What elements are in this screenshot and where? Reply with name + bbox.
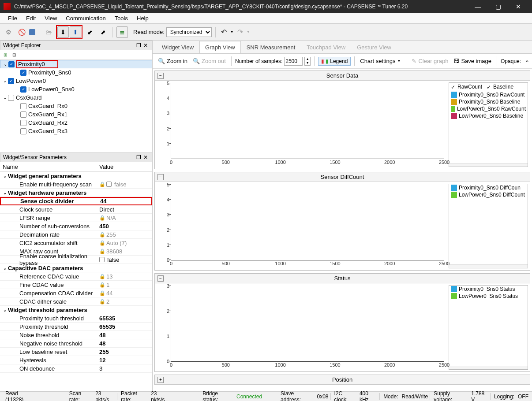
tree-item-csxguard_rx1[interactable]: CsxGuard_Rx1	[0, 110, 152, 119]
zoom-out-icon: 🔍	[193, 58, 200, 64]
chart-position: +Position	[154, 375, 530, 385]
collapse-icon[interactable]: −	[157, 73, 164, 79]
zoom-in-button[interactable]: 🔍Zoom in	[156, 57, 189, 65]
save-image-button[interactable]: 🖫Save image	[452, 57, 493, 65]
window-title: C:/mtw/PSoC_4_MSCLP_CAPSENSE_Liquid_Tole…	[14, 4, 468, 10]
tab-snr-measurement[interactable]: SNR Measurement	[241, 41, 301, 53]
param-group[interactable]: ⌄Widget hardware parameters	[0, 189, 152, 197]
close-panel-icon[interactable]: ✕	[142, 154, 149, 160]
chart-status: −Status012305001000150020002500Proximity…	[154, 273, 530, 372]
tree-item-lowpower0_sns0[interactable]: ✓LowPower0_Sns0	[0, 85, 152, 93]
upload-icon[interactable]: ⬆	[70, 26, 81, 38]
tree-item-lowpower0[interactable]: ⌄✓LowPower0	[0, 77, 152, 85]
menu-edit[interactable]: Edit	[22, 15, 40, 22]
legend-item[interactable]: LowPower0_Sns0 DiffCount	[449, 191, 528, 198]
collapse-icon[interactable]: −	[157, 174, 164, 180]
param-row[interactable]: Negative noise threshold48	[0, 339, 152, 348]
tree-item-csxguard_rx2[interactable]: CsxGuard_Rx2	[0, 119, 152, 127]
import-icon[interactable]: ⬋	[84, 26, 96, 38]
param-group[interactable]: ⌄Capacitive DAC parameters	[0, 264, 152, 272]
samples-input[interactable]	[284, 57, 303, 66]
param-row[interactable]: Noise threshold48	[0, 331, 152, 339]
samples-label: Number of samples:	[235, 58, 282, 64]
widget-explorer-header: Widget Explorer ❐ ✕	[0, 41, 152, 50]
collapse-icon[interactable]: +	[157, 377, 164, 383]
param-group[interactable]: ⌄Widget general parameters	[0, 172, 152, 180]
params-column-headers: Name Value	[0, 162, 152, 172]
undo-icon[interactable]: ↶	[219, 28, 229, 36]
param-group[interactable]: ⌄Widget threshold parameters	[0, 306, 152, 314]
tab-graph-view[interactable]: Graph View	[199, 41, 241, 53]
collapse-icon[interactable]: −	[157, 275, 164, 282]
param-row[interactable]: CIC2 accumulator shift🔒 Auto (7)	[0, 239, 152, 247]
close-panel-icon[interactable]: ✕	[142, 42, 149, 48]
param-row[interactable]: ON debounce3	[0, 364, 152, 373]
legend-item[interactable]: Proximity0_Sns0 DiffCoun	[449, 184, 528, 191]
legend-item[interactable]: Proximity0_Sns0 RawCount	[449, 91, 528, 98]
tree-item-csxguard_rx0[interactable]: CsxGuard_Rx0	[0, 102, 152, 110]
menu-communication[interactable]: Communication	[61, 15, 110, 22]
param-row[interactable]: Enable coarse initialization bypassfalse	[0, 256, 152, 264]
menu-tools[interactable]: Tools	[110, 15, 132, 22]
menu-help[interactable]: Help	[132, 15, 153, 22]
tab-gesture-view[interactable]: Gesture View	[351, 41, 397, 53]
stop-icon[interactable]: 🚫	[16, 26, 27, 38]
param-row[interactable]: Compensation CDAC divider🔒 44	[0, 289, 152, 297]
zoom-out-button[interactable]: 🔍Zoom out	[191, 57, 228, 65]
param-row[interactable]: Reference CDAC value🔒 13	[0, 272, 152, 281]
download-icon[interactable]: ⬇	[57, 26, 69, 38]
tab-widget-view[interactable]: Widget View	[156, 41, 199, 53]
charts-area: −Sensor Data1234505001000150020002500✓Ra…	[153, 69, 532, 391]
param-row[interactable]: Hysteresis12	[0, 356, 152, 364]
param-row[interactable]: Enable multi-frequency scan🔒 false	[0, 180, 152, 189]
minimize-button[interactable]: —	[468, 0, 488, 13]
tree-item-proximity0_sns0[interactable]: ✓Proximity0_Sns0	[0, 68, 152, 77]
param-row[interactable]: Low baseline reset255	[0, 348, 152, 356]
maximize-button[interactable]: ▢	[488, 0, 508, 13]
undock-icon[interactable]: ❐	[135, 42, 142, 48]
tree-item-csxguard[interactable]: ⌄CsxGuard	[0, 93, 152, 102]
collapse-all-icon[interactable]: ⊟	[11, 52, 18, 59]
param-row[interactable]: Number of sub-conversions450	[0, 222, 152, 230]
param-row[interactable]: Clock sourceDirect	[0, 205, 152, 214]
clear-graph-button[interactable]: ✎Clear graph	[410, 57, 450, 65]
status-bar: Read (11328) Scan rate:23 pkts/s Packet …	[0, 391, 532, 401]
chart-settings-button[interactable]: Chart settings ▼	[358, 57, 402, 65]
close-button[interactable]: ✕	[508, 0, 528, 13]
legend-item[interactable]: Proximity0_Sns0 Baseline	[449, 98, 528, 105]
open-icon[interactable]: 🗁	[43, 26, 54, 38]
menu-file[interactable]: File	[4, 15, 22, 22]
undock-icon[interactable]: ❐	[135, 154, 142, 160]
params-table[interactable]: ⌄Widget general parametersEnable multi-f…	[0, 172, 152, 391]
tree-item-proximity0[interactable]: ⌄✓Proximity0	[0, 60, 152, 68]
param-row[interactable]: Decimation rate🔒 255	[0, 230, 152, 239]
chart-sensor-diffcount: −Sensor DiffCount01234505001000150020002…	[154, 172, 530, 271]
title-bar: C:/mtw/PSoC_4_MSCLP_CAPSENSE_Liquid_Tole…	[0, 0, 532, 13]
read-mode-select[interactable]: Synchronized	[166, 27, 212, 37]
menu-view[interactable]: View	[40, 15, 61, 22]
param-row[interactable]: LFSR range🔒 N/A	[0, 214, 152, 222]
overflow-icon[interactable]: ››	[525, 59, 528, 63]
tree-toolbar: ⊞ ⊟	[0, 50, 152, 60]
widget-tree[interactable]: ⌄✓Proximity0✓Proximity0_Sns0⌄✓LowPower0✓…	[0, 60, 152, 152]
tab-touchpad-view[interactable]: Touchpad View	[301, 41, 351, 53]
param-row[interactable]: Proximity touch threshold65535	[0, 314, 152, 323]
gear-icon[interactable]: ⚙	[3, 26, 14, 38]
legend-item[interactable]: LowPower0_Sns0 Status	[449, 293, 528, 300]
app-icon	[4, 3, 11, 10]
legend-item[interactable]: LowPower0_Sns0 Baseline	[449, 112, 528, 119]
legend-item[interactable]: LowPower0_Sns0 RawCount	[449, 105, 528, 112]
redo-icon[interactable]: ↷	[236, 28, 245, 36]
record-icon[interactable]	[29, 29, 35, 35]
list-icon[interactable]: ≣	[116, 26, 128, 38]
tree-item-csxguard_rx3[interactable]: CsxGuard_Rx3	[0, 127, 152, 135]
param-row[interactable]: CDAC dither scale🔒 2	[0, 297, 152, 306]
param-row[interactable]: Sense clock divider44	[0, 197, 152, 205]
legend-button[interactable]: ▮▮Legend	[318, 57, 351, 66]
expand-all-icon[interactable]: ⊞	[2, 52, 9, 59]
param-row[interactable]: Proximity threshold65535	[0, 323, 152, 331]
param-row[interactable]: Fine CDAC value🔒 1	[0, 281, 152, 289]
export-icon[interactable]: ⬈	[97, 26, 109, 38]
legend-item[interactable]: Proximity0_Sns0 Status	[449, 286, 528, 293]
samples-spinner[interactable]: ▲▼	[304, 57, 311, 66]
